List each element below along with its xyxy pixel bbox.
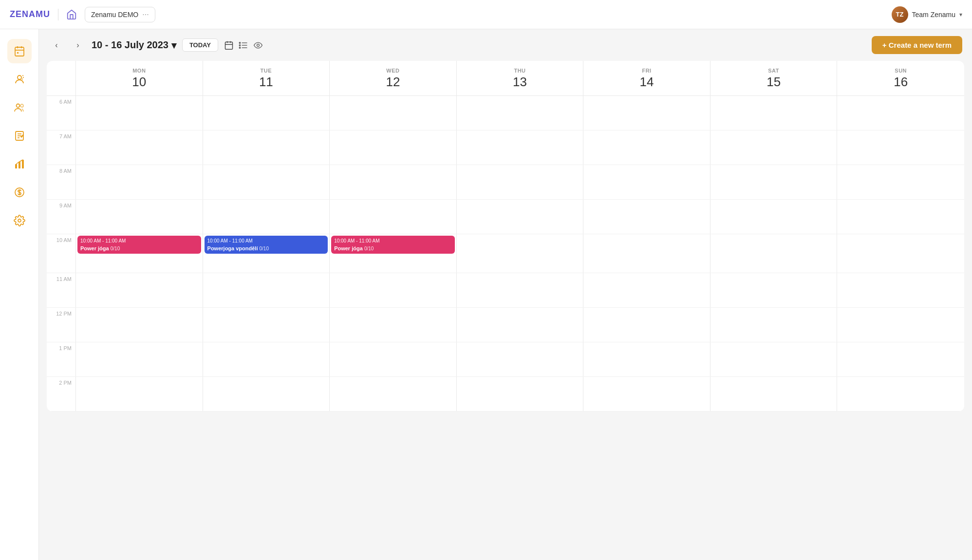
cell-fri-9am [583,200,710,234]
day-name-fri: FRI [583,68,710,74]
sidebar [0,29,39,560]
cell-thu-11am [457,273,584,307]
time-row-10am: 10 AM 10:00 AM - 11:00 AM Power jóga 0/1… [47,234,964,273]
svg-rect-0 [15,47,24,56]
cell-fri-10am [583,234,710,273]
cell-mon-7am [76,131,203,165]
home-button[interactable] [66,9,77,20]
event-wed-power-joga[interactable]: 10:00 AM - 11:00 AM Power jóga 0/10 [331,236,455,254]
cell-thu-12pm [457,308,584,342]
cell-sun-7am [837,131,964,165]
workspace-button[interactable]: Zenamu DEMO ··· [85,7,155,22]
day-header-fri: FRI 14 [583,61,710,95]
cell-mon-10am: 10:00 AM - 11:00 AM Power jóga 0/10 [76,234,203,273]
svg-point-5 [18,75,21,79]
cell-wed-7am [330,131,457,165]
time-row-11am: 11 AM [47,273,964,308]
time-label-11am: 11 AM [47,273,76,307]
cell-wed-8am [330,165,457,199]
svg-point-18 [18,219,21,222]
sidebar-item-notes[interactable] [7,124,32,148]
sidebar-item-chart[interactable] [7,152,32,176]
view-icons [224,40,263,50]
svg-rect-15 [22,160,24,168]
time-row-2pm: 2 PM [47,377,964,411]
cell-mon-11am [76,273,203,307]
time-label-2pm: 2 PM [47,377,76,411]
cell-fri-1pm [583,342,710,376]
cell-tue-12pm [203,308,330,342]
user-name: Team Zenamu [912,11,955,19]
sidebar-item-dollar[interactable] [7,180,32,205]
list-view-button[interactable] [239,40,248,50]
cell-mon-6am [76,96,203,130]
cell-thu-6am [457,96,584,130]
cell-sun-6am [837,96,964,130]
cell-fri-12pm [583,308,710,342]
cell-mon-8am [76,165,203,199]
time-row-8am: 8 AM [47,165,964,200]
time-label-8am: 8 AM [47,165,76,199]
cell-sat-6am [710,96,838,130]
cell-tue-9am [203,200,330,234]
svg-rect-19 [225,42,232,49]
create-term-button[interactable]: + Create a new term [872,36,962,54]
time-label-12pm: 12 PM [47,308,76,342]
event-time: 10:00 AM - 11:00 AM [334,238,452,244]
user-menu[interactable]: TZ Team Zenamu ▾ [892,6,962,23]
cell-mon-1pm [76,342,203,376]
cell-tue-11am [203,273,330,307]
date-range-button[interactable]: 10 - 16 July 2023 ▾ [92,39,176,51]
time-row-7am: 7 AM [47,131,964,165]
next-week-button[interactable]: › [70,37,86,53]
time-label-9am: 9 AM [47,200,76,234]
sidebar-item-calendar[interactable] [7,39,32,63]
cell-sat-10am [710,234,838,273]
cell-thu-8am [457,165,584,199]
main-layout: ‹ › 10 - 16 July 2023 ▾ TODAY [0,29,972,560]
sidebar-item-users[interactable] [7,95,32,120]
day-number-sat: 15 [710,75,837,90]
cell-sat-2pm [710,377,838,411]
cell-wed-11am [330,273,457,307]
cell-sun-1pm [837,342,964,376]
cell-sat-7am [710,131,838,165]
event-mon-power-joga[interactable]: 10:00 AM - 11:00 AM Power jóga 0/10 [77,236,201,254]
cell-tue-2pm [203,377,330,411]
cell-thu-7am [457,131,584,165]
time-label-6am: 6 AM [47,96,76,130]
day-name-tue: TUE [203,68,330,74]
cell-sun-11am [837,273,964,307]
cell-thu-1pm [457,342,584,376]
sidebar-item-person[interactable] [7,67,32,92]
cell-tue-1pm [203,342,330,376]
prev-week-button[interactable]: ‹ [49,37,64,53]
cell-tue-7am [203,131,330,165]
day-header-tue: TUE 11 [203,61,330,95]
today-button[interactable]: TODAY [182,38,218,52]
event-tue-powerjoga[interactable]: 10:00 AM - 11:00 AM Powerjoga vpondělí 0… [205,236,328,254]
sidebar-item-settings[interactable] [7,208,32,233]
cell-tue-10am: 10:00 AM - 11:00 AM Powerjoga vpondělí 0… [203,234,330,273]
svg-point-28 [239,47,241,48]
preview-view-button[interactable] [253,40,263,50]
workspace-dots: ··· [142,10,149,19]
calendar-header: MON 10 TUE 11 WED 12 THU 13 [47,61,964,96]
cell-sat-9am [710,200,838,234]
calendar-body: 6 AM 7 AM [47,96,964,411]
cell-fri-8am [583,165,710,199]
date-range-chevron: ▾ [171,39,176,51]
logo: ZENAMU [10,9,50,19]
day-name-sat: SAT [710,68,837,74]
time-label-10am: 10 AM [47,234,76,273]
cell-sat-12pm [710,308,838,342]
time-row-1pm: 1 PM [47,342,964,377]
day-number-sun: 16 [837,75,964,90]
cell-fri-11am [583,273,710,307]
cell-sat-11am [710,273,838,307]
cell-sun-2pm [837,377,964,411]
cell-thu-9am [457,200,584,234]
day-name-sun: SUN [837,68,964,74]
svg-point-27 [239,44,241,46]
calendar-view-button[interactable] [224,40,234,50]
